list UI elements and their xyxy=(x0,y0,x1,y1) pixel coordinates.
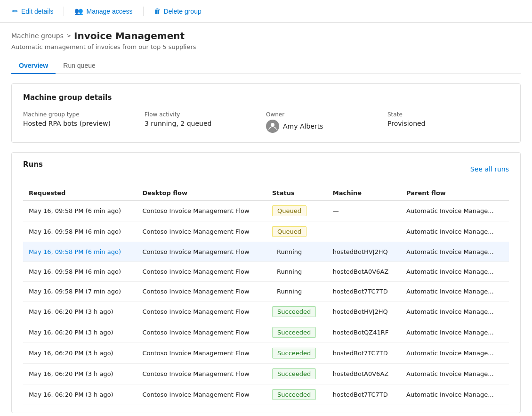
status-cell: Succeeded xyxy=(266,302,327,322)
desktop-flow-cell: Contoso Invoice Management Flow xyxy=(137,364,266,384)
delete-icon: 🗑 xyxy=(154,7,161,15)
page-title: Invoice Management xyxy=(74,30,185,41)
tab-run-queue[interactable]: Run queue xyxy=(56,58,103,74)
desktop-flow-cell: Contoso Invoice Management Flow xyxy=(137,302,266,322)
status-cell: Running xyxy=(266,282,327,302)
toolbar: ✏ Edit details 👥 Manage access 🗑 Delete … xyxy=(0,0,532,23)
delete-label: Delete group xyxy=(164,8,202,15)
machine-cell: hostedBotHVJ2HQ xyxy=(327,302,401,322)
requested-cell: May 16, 06:20 PM (3 h ago) xyxy=(23,302,137,322)
status-badge: Running xyxy=(272,247,306,257)
requested-link[interactable]: May 16, 09:58 PM (6 min ago) xyxy=(29,248,121,255)
requested-cell: May 16, 09:58 PM (6 min ago) xyxy=(23,201,137,221)
col-parent-flow: Parent flow xyxy=(401,186,509,201)
table-row[interactable]: May 16, 06:20 PM (3 h ago)Contoso Invoic… xyxy=(23,364,509,384)
status-cell: Succeeded xyxy=(266,322,327,343)
requested-cell: May 16, 09:58 PM (7 min ago) xyxy=(23,282,137,302)
requested-cell: May 16, 09:58 PM (6 min ago) xyxy=(23,262,137,282)
col-requested: Requested xyxy=(23,186,137,201)
desktop-flow-cell: Contoso Invoice Management Flow xyxy=(137,201,266,221)
machine-cell: hostedBotA0V6AZ xyxy=(327,364,401,384)
machine-group-details-title: Machine group details xyxy=(23,93,509,102)
owner-row: Amy Alberts xyxy=(266,120,387,133)
requested-cell: May 16, 06:20 PM (3 h ago) xyxy=(23,384,137,405)
status-badge: Succeeded xyxy=(272,389,316,400)
desktop-flow-cell: Contoso Invoice Management Flow xyxy=(137,343,266,364)
table-row[interactable]: May 16, 06:20 PM (3 h ago)Contoso Invoic… xyxy=(23,302,509,322)
desktop-flow-cell: Contoso Invoice Management Flow xyxy=(137,322,266,343)
col-desktop-flow: Desktop flow xyxy=(137,186,266,201)
desktop-flow-cell: Contoso Invoice Management Flow xyxy=(137,242,266,262)
table-row[interactable]: May 16, 06:20 PM (3 h ago)Contoso Invoic… xyxy=(23,343,509,364)
state-item: State Provisioned xyxy=(387,111,509,133)
see-all-runs-link[interactable]: See all runs xyxy=(470,165,509,173)
edit-icon: ✏ xyxy=(12,7,18,16)
col-machine: Machine xyxy=(327,186,401,201)
status-cell: Running xyxy=(266,242,327,262)
page-subtitle: Automatic management of invoices from ou… xyxy=(11,43,521,50)
machine-group-type-label: Machine group type xyxy=(23,111,145,118)
machine-cell: — xyxy=(327,221,401,242)
parent-flow-cell: Automatic Invoice Manage... xyxy=(401,282,509,302)
status-cell: Succeeded xyxy=(266,343,327,364)
desktop-flow-cell: Contoso Invoice Management Flow xyxy=(137,262,266,282)
owner-value: Amy Alberts xyxy=(283,122,323,130)
desktop-flow-cell: Contoso Invoice Management Flow xyxy=(137,282,266,302)
state-value: Provisioned xyxy=(387,120,509,127)
status-cell: Succeeded xyxy=(266,384,327,405)
table-row[interactable]: May 16, 09:58 PM (6 min ago)Contoso Invo… xyxy=(23,262,509,282)
status-badge: Succeeded xyxy=(272,368,316,379)
status-cell: Running xyxy=(266,262,327,282)
table-header-row: Requested Desktop flow Status Machine Pa… xyxy=(23,186,509,201)
toolbar-divider-1 xyxy=(64,7,64,16)
avatar xyxy=(266,120,279,133)
tab-overview[interactable]: Overview xyxy=(11,58,56,74)
toolbar-divider-2 xyxy=(143,7,144,16)
requested-cell: May 16, 06:20 PM (3 h ago) xyxy=(23,364,137,384)
table-row[interactable]: May 16, 06:20 PM (3 h ago)Contoso Invoic… xyxy=(23,322,509,343)
edit-label: Edit details xyxy=(21,8,53,15)
svg-point-0 xyxy=(271,123,274,127)
machine-cell: hostedBotQZ41RF xyxy=(327,322,401,343)
details-grid: Machine group type Hosted RPA bots (prev… xyxy=(23,111,509,133)
col-status: Status xyxy=(266,186,327,201)
parent-flow-cell: Automatic Invoice Manage... xyxy=(401,201,509,221)
flow-activity-item: Flow activity 3 running, 2 queued xyxy=(145,111,266,133)
table-row[interactable]: May 16, 06:20 PM (3 h ago)Contoso Invoic… xyxy=(23,384,509,405)
state-label: State xyxy=(387,111,509,118)
status-badge: Running xyxy=(272,286,306,296)
status-badge: Running xyxy=(272,267,306,277)
status-cell: Succeeded xyxy=(266,364,327,384)
tabs-container: Overview Run queue xyxy=(11,58,521,74)
table-row[interactable]: May 16, 09:58 PM (6 min ago)Contoso Invo… xyxy=(23,201,509,221)
manage-access-button[interactable]: 👥 Manage access xyxy=(70,4,137,18)
breadcrumb-parent-link[interactable]: Machine groups xyxy=(11,32,64,40)
parent-flow-cell: Automatic Invoice Manage... xyxy=(401,262,509,282)
machine-cell: — xyxy=(327,201,401,221)
parent-flow-cell: Automatic Invoice Manage... xyxy=(401,242,509,262)
table-row[interactable]: May 16, 09:58 PM (6 min ago)Contoso Invo… xyxy=(23,242,509,262)
edit-details-button[interactable]: ✏ Edit details xyxy=(8,4,58,18)
desktop-flow-cell: Contoso Invoice Management Flow xyxy=(137,221,266,242)
requested-cell: May 16, 06:20 PM (3 h ago) xyxy=(23,343,137,364)
machine-group-type-item: Machine group type Hosted RPA bots (prev… xyxy=(23,111,145,133)
parent-flow-cell: Automatic Invoice Manage... xyxy=(401,364,509,384)
delete-group-button[interactable]: 🗑 Delete group xyxy=(149,4,206,18)
breadcrumb-separator: > xyxy=(66,33,71,39)
status-cell: Queued xyxy=(266,201,327,221)
table-row[interactable]: May 16, 09:58 PM (7 min ago)Contoso Invo… xyxy=(23,282,509,302)
main-content: Machine groups > Invoice Management Auto… xyxy=(0,23,532,416)
machine-cell: hostedBotA0V6AZ xyxy=(327,262,401,282)
parent-flow-cell: Automatic Invoice Manage... xyxy=(401,322,509,343)
machine-cell: hostedBotHVJ2HQ xyxy=(327,242,401,262)
machine-group-details-card: Machine group details Machine group type… xyxy=(11,83,521,143)
requested-cell: May 16, 06:20 PM (3 h ago) xyxy=(23,322,137,343)
table-row[interactable]: May 16, 09:58 PM (6 min ago)Contoso Invo… xyxy=(23,221,509,242)
status-cell: Queued xyxy=(266,221,327,242)
status-badge: Queued xyxy=(272,226,306,237)
runs-table: Requested Desktop flow Status Machine Pa… xyxy=(23,186,509,405)
breadcrumb: Machine groups > Invoice Management xyxy=(11,30,521,41)
manage-label: Manage access xyxy=(86,8,132,15)
owner-item: Owner Amy Alberts xyxy=(266,111,387,133)
desktop-flow-cell: Contoso Invoice Management Flow xyxy=(137,384,266,405)
